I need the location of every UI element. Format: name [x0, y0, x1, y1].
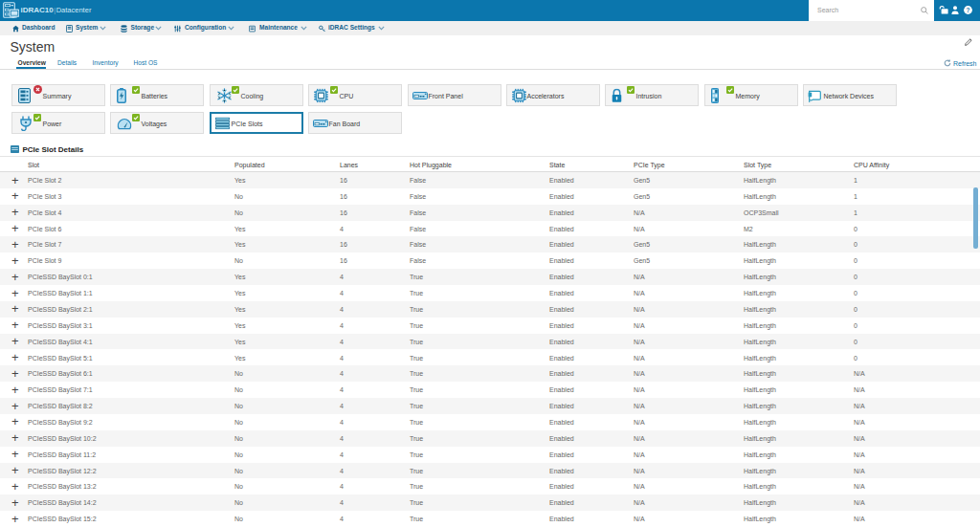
svg-text:?: ? — [967, 7, 970, 13]
